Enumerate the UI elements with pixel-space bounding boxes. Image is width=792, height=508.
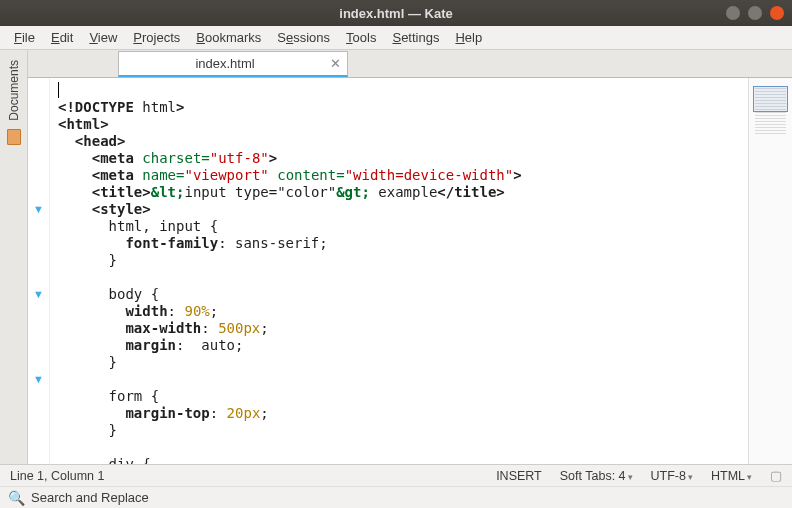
menu-settings[interactable]: Settings [386,28,445,47]
text-cursor [58,82,59,98]
minimize-button[interactable] [726,6,740,20]
window-title: index.html — Kate [339,6,452,21]
minimap[interactable] [748,78,792,464]
status-insert-mode[interactable]: INSERT [496,469,542,483]
titlebar: index.html — Kate [0,0,792,26]
tab-label: index.html [195,56,254,71]
content-area: Documents index.html ✕ ▼ ▼ ▼ <!DOCTYPE h… [0,50,792,464]
tab-bar: index.html ✕ [28,50,792,78]
menubar: File Edit View Projects Bookmarks Sessio… [0,26,792,50]
maximize-button[interactable] [748,6,762,20]
editor-split: ▼ ▼ ▼ <!DOCTYPE html> <html> <head> <met… [28,78,792,464]
window-controls [726,6,784,20]
search-icon: 🔍 [8,490,25,506]
menu-bookmarks[interactable]: Bookmarks [190,28,267,47]
status-tabs[interactable]: Soft Tabs: 4▾ [560,469,633,483]
menu-projects[interactable]: Projects [127,28,186,47]
search-bar[interactable]: 🔍 Search and Replace [0,486,792,508]
side-panel: Documents [0,50,28,464]
close-tab-icon[interactable]: ✕ [330,56,341,71]
editor-area: index.html ✕ ▼ ▼ ▼ <!DOCTYPE html> <html… [28,50,792,464]
close-button[interactable] [770,6,784,20]
new-doc-icon[interactable]: ▢ [770,468,782,483]
fold-marker-icon[interactable]: ▼ [28,286,49,303]
menu-help[interactable]: Help [449,28,488,47]
code-editor[interactable]: <!DOCTYPE html> <html> <head> <meta char… [50,78,748,464]
fold-marker-icon[interactable]: ▼ [28,201,49,218]
status-language[interactable]: HTML▾ [711,469,752,483]
search-label: Search and Replace [31,490,149,505]
status-bar: Line 1, Column 1 INSERT Soft Tabs: 4▾ UT… [0,464,792,486]
tab-index-html[interactable]: index.html ✕ [118,51,348,77]
document-icon[interactable] [7,129,21,145]
menu-edit[interactable]: Edit [45,28,79,47]
status-cursor-pos: Line 1, Column 1 [10,469,105,483]
menu-sessions[interactable]: Sessions [271,28,336,47]
gutter: ▼ ▼ ▼ [28,78,50,464]
menu-file[interactable]: File [8,28,41,47]
minimap-viewport[interactable] [753,86,788,112]
menu-view[interactable]: View [83,28,123,47]
status-encoding[interactable]: UTF-8▾ [651,469,693,483]
menu-tools[interactable]: Tools [340,28,382,47]
fold-marker-icon[interactable]: ▼ [28,371,49,388]
documents-panel-label[interactable]: Documents [7,60,21,121]
